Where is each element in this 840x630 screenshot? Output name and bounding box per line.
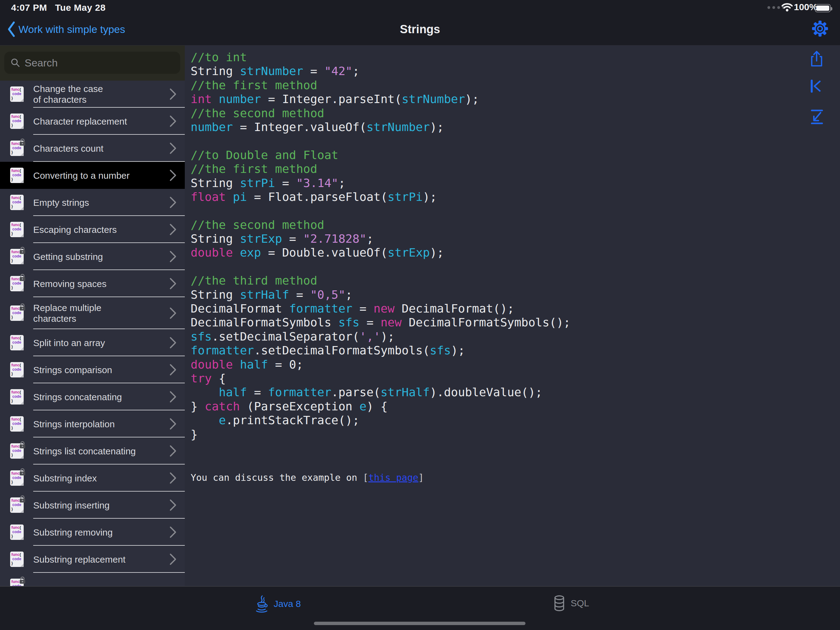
sidebar-item-label: Converting to a number — [33, 170, 163, 181]
func-code-icon: func{ code } — [10, 470, 24, 486]
sidebar-item[interactable]: func{ code } Character replacement — [0, 108, 185, 135]
code-line — [191, 134, 570, 148]
sidebar-item-label: Escaping characters — [33, 224, 163, 235]
func-code-icon: func{ code } — [10, 222, 24, 237]
sidebar-item[interactable]: func{ code } Substring replacement — [0, 546, 185, 573]
func-code-icon: func{ code } — [10, 362, 24, 377]
clock: 4:07 PM — [11, 2, 47, 13]
code-line: DecimalFormatSymbols sfs = new DecimalFo… — [191, 316, 570, 329]
code-line: DecimalFormat formatter = new DecimalFor… — [191, 302, 570, 316]
sidebar-item[interactable]: func{ code } Change the caseof character… — [0, 81, 185, 108]
sidebar-item[interactable]: func{ code } Strings list concatenating — [0, 437, 185, 464]
sidebar-item[interactable]: func{ code } — [0, 573, 185, 586]
code-line: //the third method — [191, 274, 570, 288]
code-line: try { — [191, 372, 570, 385]
code-line: //to Double and Float — [191, 148, 570, 162]
func-code-icon: func{ code } — [10, 249, 24, 264]
sidebar-item[interactable]: func{ code } Substring removing — [0, 519, 185, 546]
code-line: number = Integer.valueOf(strNumber); — [191, 120, 570, 134]
date: Tue May 28 — [55, 2, 106, 13]
code-line: e.printStackTrace(); — [191, 413, 570, 427]
code-line: String strPi = "3.14"; — [191, 176, 570, 190]
chevron-right-icon — [169, 88, 177, 100]
sidebar-item[interactable]: func{ code } Characters count — [0, 135, 185, 162]
battery-percent: 100% — [794, 2, 818, 12]
lock-icon — [19, 468, 26, 476]
app-window: 4:07 PMTue May 28 100% Work with simple … — [0, 0, 840, 630]
chevron-right-icon — [169, 307, 177, 319]
chevron-right-icon — [169, 250, 177, 263]
sidebar: func{ code } Change the caseof character… — [0, 46, 185, 586]
sidebar-item[interactable]: func{ code } Substring index — [0, 464, 185, 492]
code-line: //the second method — [191, 106, 570, 120]
chevron-right-icon — [169, 169, 177, 182]
sidebar-item[interactable]: func{ code } Removing spaces — [0, 270, 185, 297]
sidebar-item[interactable]: func{ code } Escaping characters — [0, 216, 185, 243]
home-indicator[interactable] — [314, 622, 526, 625]
func-code-icon: func{ code } — [10, 114, 24, 129]
code-line — [191, 204, 570, 218]
tab-java8[interactable]: Java 8 — [254, 595, 301, 613]
sidebar-item-label: Substring index — [33, 473, 163, 484]
share-icon[interactable] — [809, 50, 824, 68]
page-title: Strings — [0, 23, 840, 36]
java-icon — [254, 595, 269, 613]
sidebar-item[interactable]: func{ code } Converting to a number — [0, 162, 185, 189]
sidebar-item[interactable]: func{ code } Split into an array — [0, 329, 185, 356]
lock-icon — [19, 576, 26, 584]
chevron-right-icon — [169, 553, 177, 565]
sidebar-item-label: Strings comparison — [33, 364, 163, 375]
sidebar-item[interactable]: func{ code } Strings concatenating — [0, 383, 185, 410]
sidebar-item-label: Substring replacement — [33, 554, 163, 565]
code-line: float pi = Float.parseFloat(strPi); — [191, 190, 570, 204]
sidebar-item-label: Strings interpolation — [33, 419, 163, 429]
code-line: } — [191, 427, 570, 442]
gear-icon[interactable] — [812, 20, 828, 37]
sidebar-item-label: Substring removing — [33, 527, 163, 538]
skip-to-start-icon[interactable] — [809, 79, 823, 93]
func-code-icon: func{ code } — [10, 443, 24, 459]
code-line: double half = 0; — [191, 358, 570, 372]
func-code-icon: func{ code } — [10, 389, 24, 405]
lock-icon — [19, 495, 26, 503]
tab-sql-label: SQL — [571, 598, 589, 608]
chevron-right-icon — [169, 472, 177, 484]
chevron-right-icon — [169, 115, 177, 127]
sidebar-item[interactable]: func{ code } Substring inserting — [0, 492, 185, 519]
sidebar-item[interactable]: func{ code } Strings interpolation — [0, 410, 185, 437]
search-field[interactable] — [4, 52, 180, 74]
code-line: //to int — [191, 51, 570, 64]
code-line: int number = Integer.parseInt(strNumber)… — [191, 92, 570, 106]
sidebar-item-label: Substring inserting — [33, 500, 163, 511]
sidebar-item[interactable]: func{ code } Strings comparison — [0, 356, 185, 383]
code-line: sfs.setDecimalSeparator(','); — [191, 330, 570, 343]
sidebar-item-label: Split into an array — [33, 337, 163, 348]
code-line: //the first method — [191, 78, 570, 92]
database-icon — [552, 595, 566, 612]
tab-sql[interactable]: SQL — [552, 595, 589, 612]
battery-icon — [815, 4, 831, 12]
func-code-icon: func{ code } — [10, 276, 24, 291]
func-code-icon: func{ code } — [10, 168, 24, 183]
lock-icon — [19, 303, 26, 311]
sidebar-item[interactable]: func{ code } Getting substring — [0, 243, 185, 270]
chevron-right-icon — [169, 277, 177, 290]
sidebar-item[interactable]: func{ code } Empty strings — [0, 189, 185, 216]
search-icon — [11, 58, 20, 68]
chevron-right-icon — [169, 337, 177, 349]
lock-icon — [19, 138, 26, 146]
func-code-icon: func{ code } — [10, 306, 24, 321]
collapse-icon[interactable] — [809, 109, 825, 125]
status-time-date: 4:07 PMTue May 28 — [11, 2, 114, 13]
code-line: } catch (ParseException e) { — [191, 400, 570, 413]
chevron-right-icon — [169, 364, 177, 376]
code-panel: //to intString strNumber = "42";//the fi… — [185, 46, 840, 586]
chevron-right-icon — [169, 391, 177, 403]
wifi-icon — [781, 2, 793, 12]
search-input[interactable] — [25, 52, 175, 74]
code-line: String strExp = "2.71828"; — [191, 232, 570, 246]
func-code-icon: func{ code } — [10, 579, 24, 586]
chevron-right-icon — [169, 499, 177, 511]
sidebar-item[interactable]: func{ code } Replace multiplecharacters — [0, 297, 185, 329]
discuss-page-link[interactable]: this page — [368, 472, 418, 483]
